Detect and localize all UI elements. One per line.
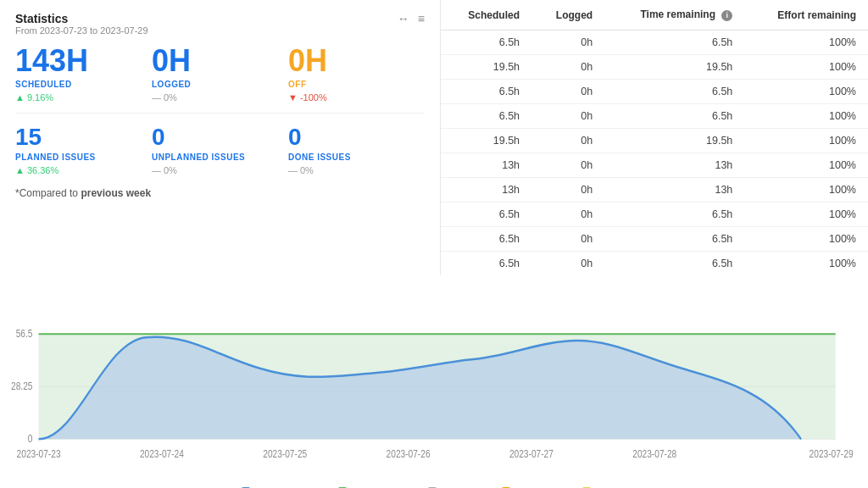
col-logged: Logged	[531, 0, 604, 30]
scheduled-label: SCHEDULED	[15, 80, 152, 89]
table-cell: 0h	[531, 153, 604, 178]
planned-value: 15	[15, 124, 152, 151]
table-row: 19.5h0h19.5h100%	[441, 55, 868, 80]
table-cell: 6.5h	[604, 227, 744, 252]
table-row: 19.5h0h19.5h100%	[441, 129, 868, 153]
top-section: Statistics From 2023-07-23 to 2023-07-29…	[0, 0, 868, 275]
table-cell: 100%	[744, 104, 868, 129]
table-cell: 100%	[744, 129, 868, 153]
table-cell: 0h	[531, 252, 604, 276]
scheduled-change: ▲ 9.16%	[15, 92, 152, 103]
logged-dash: —	[152, 92, 161, 103]
table-cell: 0h	[531, 80, 604, 104]
svg-text:56.5: 56.5	[16, 327, 33, 339]
table-cell: 6.5h	[441, 104, 531, 129]
table-cell: 19.5h	[604, 55, 744, 80]
table-cell: 6.5h	[441, 252, 531, 276]
table-cell: 100%	[744, 227, 868, 252]
table-cell: 100%	[744, 178, 868, 202]
table-cell: 6.5h	[604, 252, 744, 276]
done-change: — 0%	[288, 165, 425, 175]
unplanned-issues: 0 UNPLANNED ISSUES — 0%	[152, 124, 288, 175]
off-change: ▼ -100%	[288, 92, 425, 103]
table-cell: 100%	[744, 30, 868, 55]
table-cell: 0h	[531, 227, 604, 252]
table-cell: 6.5h	[604, 202, 744, 227]
table-cell: 0h	[531, 30, 604, 55]
done-value: 0	[288, 124, 425, 151]
table-row: 6.5h0h6.5h100%	[441, 30, 868, 55]
table-cell: 19.5h	[441, 55, 531, 80]
table-cell: 0h	[531, 129, 604, 153]
issues-row: 15 PLANNED ISSUES ▲ 36.36% 0 UNPLANNED I…	[15, 124, 425, 175]
table-cell: 13h	[604, 153, 744, 178]
panel-header: Statistics From 2023-07-23 to 2023-07-29…	[15, 12, 425, 36]
scheduled-metric: 143H SCHEDULED ▲ 9.16%	[15, 44, 152, 103]
chart-area: 0 28.25 56.5 2023-07-23 2023-07-24 2023	[8, 280, 853, 483]
done-issues: 0 DONE ISSUES — 0%	[288, 124, 425, 175]
table-row: 6.5h0h6.5h100%	[441, 227, 868, 252]
planned-change: ▲ 36.36%	[15, 165, 152, 175]
table-row: 6.5h0h6.5h100%	[441, 202, 868, 227]
unplanned-value: 0	[152, 124, 288, 151]
table-cell: 19.5h	[441, 129, 531, 153]
table-cell: 100%	[744, 153, 868, 178]
off-value: 0H	[288, 44, 425, 78]
off-pct: -100%	[300, 92, 327, 103]
table-cell: 0h	[531, 104, 604, 129]
table-cell: 6.5h	[441, 30, 531, 55]
logged-value: 0H	[152, 44, 288, 78]
table-body: 6.5h0h6.5h100%19.5h0h19.5h100%6.5h0h6.5h…	[441, 30, 868, 276]
col-scheduled: Scheduled	[441, 0, 531, 30]
table-cell: 100%	[744, 252, 868, 276]
unplanned-label: UNPLANNED ISSUES	[152, 152, 288, 162]
table-cell: 6.5h	[441, 227, 531, 252]
svg-text:2023-07-27: 2023-07-27	[509, 447, 554, 459]
bottom-section: 0 28.25 56.5 2023-07-23 2023-07-24 2023	[0, 275, 868, 488]
table-cell: 100%	[744, 55, 868, 80]
info-icon: i	[721, 10, 732, 21]
off-metric: 0H OFF ▼ -100%	[288, 44, 425, 103]
scheduled-arrow: ▲	[15, 92, 25, 103]
planned-arrow: ▲	[15, 165, 25, 175]
header-row: Scheduled Logged Time remaining i Effort…	[441, 0, 868, 30]
panel-date: From 2023-07-23 to 2023-07-29	[15, 25, 148, 36]
svg-text:2023-07-25: 2023-07-25	[263, 447, 307, 459]
svg-text:2023-07-28: 2023-07-28	[632, 447, 676, 459]
table-cell: 0h	[531, 178, 604, 202]
panel-title: Statistics	[15, 12, 148, 25]
table-cell: 13h	[604, 178, 744, 202]
table-cell: 0h	[531, 55, 604, 80]
off-arrow: ▼	[288, 92, 298, 103]
table-row: 6.5h0h6.5h100%	[441, 104, 868, 129]
table-row: 13h0h13h100%	[441, 178, 868, 202]
svg-text:2023-07-26: 2023-07-26	[387, 447, 431, 459]
done-dash: —	[288, 165, 298, 175]
table-cell: 19.5h	[604, 129, 744, 153]
table-header: Scheduled Logged Time remaining i Effort…	[441, 0, 868, 30]
expand-icon[interactable]: ↔	[398, 12, 409, 25]
header-icons: ↔ ≡	[398, 12, 425, 25]
unplanned-dash: —	[152, 165, 161, 175]
metrics-row: 143H SCHEDULED ▲ 9.16% 0H LOGGED — 0%	[15, 44, 425, 103]
menu-icon[interactable]: ≡	[418, 12, 425, 25]
chart-svg: 0 28.25 56.5 2023-07-23 2023-07-24 2023	[8, 280, 853, 483]
table-cell: 100%	[744, 202, 868, 227]
svg-text:0: 0	[28, 432, 33, 444]
svg-text:2023-07-23: 2023-07-23	[17, 447, 61, 459]
table-cell: 6.5h	[441, 80, 531, 104]
left-panel: Statistics From 2023-07-23 to 2023-07-29…	[0, 0, 441, 275]
planned-label: PLANNED ISSUES	[15, 152, 152, 162]
svg-text:2023-07-24: 2023-07-24	[140, 447, 184, 459]
logged-change: — 0%	[152, 92, 288, 103]
col-effort-remaining: Effort remaining	[744, 0, 868, 30]
col-time-remaining: Time remaining i	[604, 0, 744, 30]
table-row: 6.5h0h6.5h100%	[441, 80, 868, 104]
main-container: Statistics From 2023-07-23 to 2023-07-29…	[0, 0, 868, 488]
done-pct: 0%	[300, 165, 314, 175]
logged-pct: 0%	[164, 92, 177, 103]
planned-issues: 15 PLANNED ISSUES ▲ 36.36%	[15, 124, 152, 175]
table-row: 13h0h13h100%	[441, 153, 868, 178]
data-table: Scheduled Logged Time remaining i Effort…	[441, 0, 868, 275]
logged-label: LOGGED	[152, 80, 288, 89]
